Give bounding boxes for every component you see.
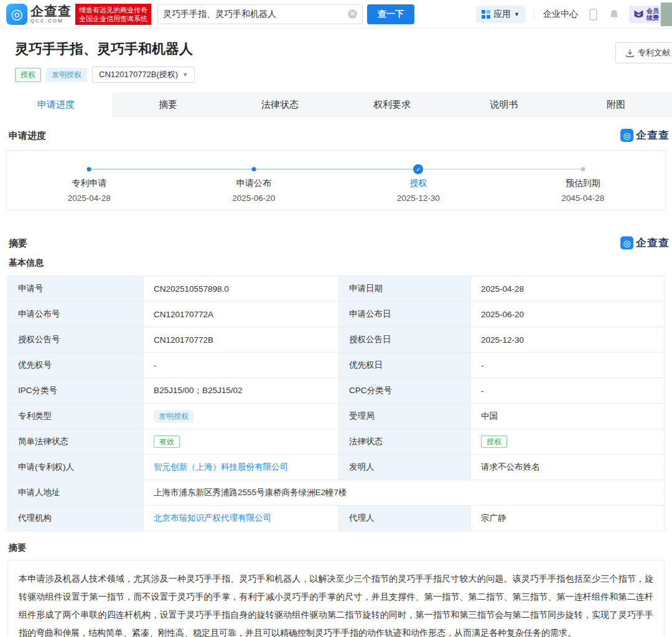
grant-status-tag: 授权 [15, 68, 41, 82]
tab-specification[interactable]: 说明书 [448, 93, 560, 116]
table-row: 申请公布号 CN120170772A 申请公布日 2025-06-20 [8, 302, 665, 327]
logo-subtext: QCC.COM [30, 19, 72, 24]
notification-bell-icon[interactable] [608, 8, 620, 21]
patent-title-block: 灵巧手手指、灵巧手和机器人 授权 发明授权 CN120170772B(授权) ▼… [0, 29, 672, 83]
clear-search-icon[interactable]: ✕ [348, 9, 357, 19]
table-row: 代理机构 北京布瑞知识产权代理有限公司 代理人 宗广静 [8, 506, 665, 531]
chevron-down-icon: ▼ [514, 11, 520, 17]
download-icon [626, 49, 634, 57]
search-input[interactable] [163, 9, 348, 19]
tab-claims[interactable]: 权利要求 [336, 93, 448, 116]
qcc-logo-icon: ◎ [6, 4, 27, 25]
timeline-connector [89, 169, 254, 170]
timeline-dot-done [251, 167, 256, 172]
page-edge-artifact [661, 2, 672, 26]
table-row: 申请人地址 上海市浦东新区秀浦路2555号康桥商务绿洲E2幢7楼 [8, 480, 665, 506]
patent-number-dropdown[interactable]: CN120170772B(授权) ▼ [92, 67, 195, 83]
timeline-dot-done [87, 167, 91, 172]
patent-type-tag: 发明授权 [154, 410, 194, 422]
member-crown-icon [633, 9, 644, 19]
basic-info-table: 申请号 CN202510557898.0 申请日期 2025-04-28 申请公… [7, 276, 665, 531]
timeline-connector [254, 169, 419, 170]
qcc-watermark: ◎ 企查查 [620, 236, 670, 250]
timeline-dot-current: ✓ [413, 164, 423, 174]
progress-timeline: ✓ 专利申请 2025-04-28 申请公布 2025-06-20 授权 202… [6, 150, 666, 210]
timeline-step: 授权 2025-12-30 [336, 178, 501, 210]
table-row: 简单法律状态 有效 法律状态 授权 [8, 429, 665, 455]
chevron-down-icon: ▼ [182, 72, 188, 78]
timeline-dot-future [581, 167, 585, 172]
apps-menu[interactable]: 应用 ▼ [476, 6, 525, 23]
basic-info-title: 基本信息 [9, 258, 663, 269]
qcc-watermark-icon: ◎ [620, 236, 633, 249]
divider [534, 9, 534, 19]
logo-text: 企查查 [30, 4, 72, 17]
legal-status-tag: 授权 [481, 435, 507, 448]
timeline-step: 申请公布 2025-06-20 [172, 178, 337, 210]
abstract-title: 摘要 [9, 542, 663, 554]
qcc-watermark: ◎ 企查查 [620, 128, 670, 142]
applicant-company-link[interactable]: 智元创新（上海）科技股份有限公司 [154, 462, 288, 472]
table-row: 授权公告号 CN120170772B 授权公告日 2025-12-30 [8, 327, 665, 353]
tab-application-progress[interactable]: 申请进度 [0, 93, 112, 116]
abstract-text: 本申请涉及机器人技术领域，尤其涉及一种灵巧手手指、灵巧手和机器人，以解决至少三个… [7, 560, 665, 637]
patent-document-button[interactable]: 专利文献 [615, 42, 672, 63]
top-navigation-bar: ◎ 企查查 QCC.COM 缔造有远见的商业传奇 全国企业信用查询系统 ✕ 查一… [0, 0, 672, 29]
mobile-app-icon[interactable] [587, 8, 599, 21]
apps-grid-icon [482, 10, 490, 19]
table-row: IPC分类号 B25J15/00；B25J15/02 CPC分类号 - [8, 378, 665, 404]
table-row: 申请号 CN202510557898.0 申请日期 2025-04-28 [8, 276, 665, 302]
table-row: 申请(专利权)人 智元创新（上海）科技股份有限公司 发明人 请求不公布姓名 [8, 455, 665, 480]
brand-slogan: 缔造有远见的商业传奇 全国企业信用查询系统 [75, 4, 151, 25]
search-box: ✕ [157, 4, 363, 24]
progress-section-title: 申请进度 [9, 130, 46, 141]
summary-section-title: 摘要 [9, 238, 27, 248]
member-renew-button[interactable]: 会员 续费 [629, 6, 663, 23]
header-actions: 应用 ▼ 企业中心 会员 续费 [476, 0, 663, 29]
agency-company-link[interactable]: 北京布瑞知识产权代理有限公司 [154, 513, 271, 523]
detail-tabs: 申请进度 摘要 法律状态 权利要求 说明书 附图 [0, 93, 672, 116]
enterprise-center-link[interactable]: 企业中心 [543, 9, 578, 20]
timeline-step: 专利申请 2025-04-28 [7, 178, 172, 210]
validity-status-tag: 有效 [154, 435, 180, 448]
apps-label: 应用 [493, 9, 511, 20]
tab-figures[interactable]: 附图 [560, 93, 672, 116]
timeline-connector [418, 169, 583, 170]
search-area: ✕ 查一下 [157, 4, 414, 24]
qcc-watermark-icon: ◎ [620, 129, 633, 142]
patent-type-tag: 发明授权 [46, 68, 87, 82]
search-button[interactable]: 查一下 [367, 4, 414, 24]
applicant-address: 上海市浦东新区秀浦路2555号康桥商务绿洲E2幢7楼 [144, 480, 665, 506]
table-row: 优先权号 - 优先权日 - [8, 353, 665, 378]
table-row: 专利类型 发明授权 受理局 中国 [8, 404, 665, 429]
qcc-logo[interactable]: ◎ 企查查 QCC.COM [6, 4, 72, 25]
page-title: 灵巧手手指、灵巧手和机器人 [15, 40, 657, 58]
tab-abstract[interactable]: 摘要 [112, 93, 224, 116]
tab-legal-status[interactable]: 法律状态 [224, 93, 336, 116]
timeline-step: 预估到期 2045-04-28 [501, 178, 666, 210]
